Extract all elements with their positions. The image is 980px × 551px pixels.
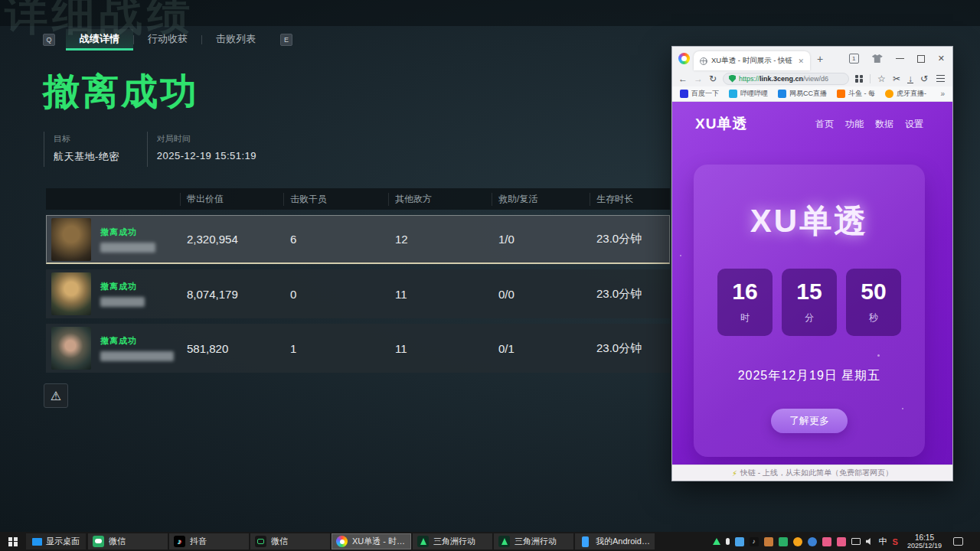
history-undo-icon[interactable]: ↺	[920, 74, 928, 83]
taskbar-app-android-phone[interactable]: 我的Android手机...	[575, 533, 655, 549]
download-icon[interactable]: ↓	[907, 74, 913, 83]
cc-live-icon	[778, 90, 786, 98]
tab-defeat-list[interactable]: 击败列表	[202, 29, 270, 51]
tray-huya-icon[interactable]	[793, 537, 802, 546]
tray-blue-circle-icon[interactable]	[808, 537, 817, 546]
tray-pink-app-icon-1[interactable]	[822, 537, 831, 546]
player-avatar	[51, 272, 91, 315]
bookmark-huya[interactable]: 虎牙直播-	[885, 89, 926, 99]
tray-wechat-icon[interactable]	[779, 537, 788, 546]
tray-s-logo-icon[interactable]: S	[893, 537, 898, 546]
bookmark-bilibili[interactable]: 哔哩哔哩	[729, 89, 768, 99]
taskbar-app-douyin[interactable]: ♪ 抖音	[169, 533, 249, 549]
address-bar[interactable]: https://link.3ceng.cn/view/d6	[723, 73, 849, 85]
table-row[interactable]: 撤离成功 581,820 1 11 0/1 23.0分钟	[46, 324, 670, 373]
network-icon[interactable]	[851, 538, 861, 545]
minimize-button[interactable]	[896, 58, 904, 59]
tray-douyin-icon[interactable]: ♪	[750, 537, 759, 546]
start-button[interactable]	[0, 532, 26, 551]
show-desktop-button[interactable]: 显示桌面	[26, 533, 86, 549]
baidu-icon	[680, 90, 688, 98]
menu-icon[interactable]	[936, 78, 945, 80]
player-meta: 撤离成功	[100, 335, 174, 361]
delta-force-icon	[417, 536, 429, 547]
tray-pink-app-icon-2[interactable]	[837, 537, 846, 546]
url-path: /view/d6	[803, 75, 828, 83]
tray-microphone-icon[interactable]	[726, 538, 730, 545]
theme-skin-icon[interactable]	[872, 54, 883, 63]
cell-survival: 23.0分钟	[590, 341, 671, 356]
header-rescue: 救助/复活	[492, 193, 590, 206]
date-text: 2025年12月19日 星期五	[694, 368, 925, 384]
apps-grid-icon[interactable]	[855, 75, 863, 83]
table-row[interactable]: 撤离成功 2,320,954 6 12 1/0 23.0分钟	[46, 215, 670, 264]
tray-orange-app-icon[interactable]	[764, 537, 773, 546]
table-row[interactable]: 撤离成功 8,074,179 0 11 0/0 23.0分钟	[46, 269, 670, 318]
cell-survival: 23.0分钟	[590, 232, 671, 246]
taskbar-app-wechat-files[interactable]: 微信	[250, 533, 330, 549]
lightning-icon: ⚡	[732, 469, 737, 478]
taskbar-app-browser-active[interactable]: XU单透 - 时间展示...	[332, 533, 411, 549]
window-controls: 1 ✕	[849, 47, 945, 70]
taskbar-app-delta-force-2[interactable]: 三角洲行动	[494, 533, 573, 549]
reload-button[interactable]: ↻	[709, 74, 717, 83]
tab-count-icon[interactable]: 1	[849, 54, 859, 64]
nav-data[interactable]: 数据	[875, 118, 893, 131]
learn-more-button[interactable]: 了解更多	[771, 409, 848, 433]
ime-indicator[interactable]: 中	[879, 536, 887, 547]
results-tabbar: Q 战绩详情 行动收获 击败列表 E	[43, 29, 292, 51]
site-nav: 首页 功能 数据 设置	[815, 118, 923, 131]
tab-close-icon[interactable]: ✕	[798, 57, 804, 65]
bookmarks-overflow-chevron[interactable]: »	[940, 90, 945, 98]
bookmark-baidu[interactable]: 百度一下	[680, 89, 719, 99]
minutes-box: 15 分	[782, 269, 837, 336]
hours-unit: 时	[717, 311, 773, 324]
cell-kills: 1	[284, 342, 389, 355]
clock-card: XU单透 16 时 15 分 50 秒 2025年12月19日 星期五	[694, 165, 925, 457]
bookmark-cc-live[interactable]: 网易CC直播	[778, 89, 827, 99]
webpage: XU单透 首页 功能 数据 设置 XU单透 16 时	[672, 102, 952, 465]
taskbar-app-delta-force-1[interactable]: 三角洲行动	[413, 533, 492, 549]
player-avatar	[51, 218, 91, 261]
back-button[interactable]: ←	[678, 74, 688, 83]
favorites-icon[interactable]: ☆	[877, 74, 886, 83]
forward-button[interactable]: →	[694, 74, 703, 83]
douyu-icon	[837, 90, 845, 98]
nav-home[interactable]: 首页	[815, 118, 834, 131]
match-info: 目标 航天基地-绝密 对局时间 2025-12-19 15:51:19	[44, 132, 284, 167]
tab-battle-details[interactable]: 战绩详情	[66, 29, 133, 51]
report-warning-button[interactable]: ⚠	[44, 383, 68, 408]
maximize-button[interactable]	[917, 55, 925, 63]
taskbar-app-wechat[interactable]: 微信	[88, 533, 168, 549]
security-shield-icon	[729, 75, 736, 83]
close-button[interactable]: ✕	[938, 54, 945, 64]
tab-action-loot[interactable]: 行动收获	[134, 29, 201, 51]
new-tab-button[interactable]: +	[817, 53, 823, 65]
hosting-footer-text[interactable]: 快链 - 上线，从未如此简单（免费部署网页）	[740, 468, 893, 478]
cell-rescue: 1/0	[492, 233, 590, 246]
volume-icon[interactable]	[866, 538, 874, 546]
url-text: https://link.3ceng.cn/view/d6	[739, 75, 828, 83]
browser-tab[interactable]: XU单透 - 时间展示 - 快链 ✕	[694, 51, 810, 70]
nav-settings[interactable]: 设置	[905, 118, 923, 131]
tray-delta-force-icon[interactable]	[713, 538, 720, 545]
tray-blue-app-icon[interactable]	[735, 537, 744, 546]
player-cell: 撤离成功	[47, 218, 181, 261]
taskbar-clock[interactable]: 16:15 2025/12/19	[907, 533, 942, 550]
douyin-icon: ♪	[174, 536, 185, 547]
time-row: 16 时 15 分 50 秒	[694, 269, 925, 336]
cell-enemies: 11	[389, 288, 492, 301]
seconds-value: 50	[846, 279, 901, 305]
cell-rescue: 0/0	[492, 288, 590, 301]
cell-value: 2,320,954	[181, 233, 284, 246]
screenshot-scissors-icon[interactable]: ✂	[893, 74, 900, 83]
clock-date: 2025/12/19	[907, 542, 942, 549]
site-logo: XU单透	[695, 114, 747, 134]
nav-features[interactable]: 功能	[845, 118, 864, 131]
notification-center-icon[interactable]	[953, 537, 963, 546]
browser-icon	[336, 536, 348, 547]
bookmark-douyu[interactable]: 斗鱼 - 每	[837, 89, 875, 99]
cell-kills: 0	[284, 288, 389, 301]
toolbar-icons: ☆ ✂ ↓ ↺	[855, 74, 946, 83]
hours-value: 16	[717, 279, 773, 305]
